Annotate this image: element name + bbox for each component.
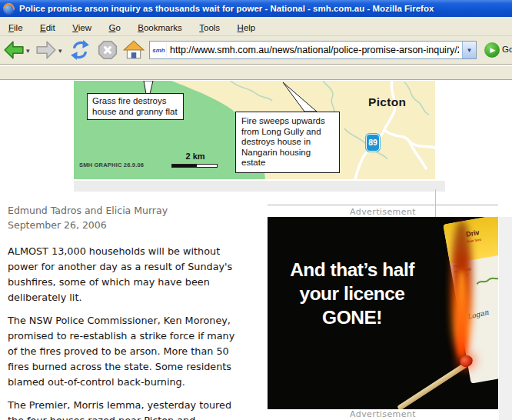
ad-label-top: Advertisement [268, 207, 498, 217]
map-town-label: Picton [368, 95, 406, 109]
firefox-window: Police promise arson inquiry as thousand… [0, 0, 512, 420]
bookmarks-toolbar [0, 65, 512, 80]
back-button[interactable] [3, 39, 25, 61]
bushfire-map-graphic: Grass fire destroys house and granny fla… [74, 81, 435, 179]
home-icon [123, 39, 145, 61]
stop-icon [97, 39, 118, 61]
ad-label-bottom: Advertisement [268, 409, 498, 419]
article-paragraph: ALMOST 13,000 households will be without… [8, 244, 274, 305]
url-input[interactable] [167, 45, 462, 55]
menu-go[interactable]: Go [101, 22, 127, 34]
map-footer-strip [74, 181, 445, 192]
map-credit: SMH GRAPHIC 26.9.06 [79, 162, 144, 168]
column-divider [435, 189, 436, 217]
right-gutter [499, 217, 512, 420]
firefox-icon[interactable] [3, 3, 15, 15]
site-favicon: smh [151, 43, 167, 57]
ad-headline-line1: And that’s half [271, 258, 434, 282]
menu-help[interactable]: Help [231, 22, 263, 34]
matchstick-image [397, 362, 468, 409]
menu-bar: File Edit View Go Bookmarks Tools Help [0, 17, 512, 36]
article-body: Edmund Tadros and Elicia Murray Septembe… [8, 205, 274, 420]
go-button[interactable]: ▶ [484, 42, 500, 58]
reload-button[interactable] [69, 39, 91, 61]
home-button[interactable] [123, 39, 145, 61]
menu-tools[interactable]: Tools [192, 22, 227, 34]
ad-headline-line2: your licence GONE! [271, 282, 434, 329]
licence-stamp-icon [474, 275, 498, 287]
article-date: September 26, 2006 [8, 219, 274, 231]
forward-icon [35, 39, 57, 61]
article-paragraph: The Premier, Morris Iemma, yesterday tou… [8, 398, 274, 420]
window-title: Police promise arson inquiry as thousand… [19, 4, 434, 13]
menu-view[interactable]: View [65, 22, 98, 34]
map-callout-long-gully: Fire sweeps upwards from Long Gully and … [235, 112, 340, 173]
go-arrow-icon: ▶ [490, 46, 496, 54]
route-89-shield: 89 [366, 134, 380, 152]
menu-edit[interactable]: Edit [33, 22, 62, 34]
title-bar[interactable]: Police promise arson inquiry as thousand… [0, 0, 512, 17]
url-bar[interactable]: smh ▼ [149, 41, 477, 59]
ad-top-rule [268, 205, 498, 205]
article-paragraph: The NSW Police Commissioner, Ken Moroney… [8, 313, 274, 390]
forward-dropdown-icon[interactable]: ▾ [58, 47, 62, 55]
go-button-label[interactable]: Go [502, 45, 512, 54]
reload-icon [69, 39, 91, 61]
page-viewport: Grass fire destroys house and granny fla… [0, 81, 512, 420]
article-byline: Edmund Tadros and Elicia Murray [8, 205, 274, 216]
forward-button[interactable] [35, 39, 57, 61]
map-callout-grass-fire: Grass fire destroys house and granny fla… [87, 93, 184, 120]
menu-bookmarks[interactable]: Bookmarks [131, 22, 189, 34]
flame-core-image [457, 271, 466, 357]
map-scale-label: 2 km [172, 152, 218, 161]
advertisement-banner[interactable]: Driv New Sou TREET NSW 2000 Class A Loga… [268, 217, 498, 409]
back-dropdown-icon[interactable]: ▾ [26, 47, 30, 55]
back-icon [3, 39, 25, 61]
ad-headline: And that’s half your licence GONE! [271, 258, 434, 329]
url-dropdown-icon[interactable]: ▼ [462, 42, 476, 58]
stop-button[interactable] [97, 39, 118, 61]
navigation-toolbar: ▾ ▾ [0, 36, 512, 65]
map-scale-bar [171, 164, 218, 168]
menu-file[interactable]: File [2, 22, 30, 34]
